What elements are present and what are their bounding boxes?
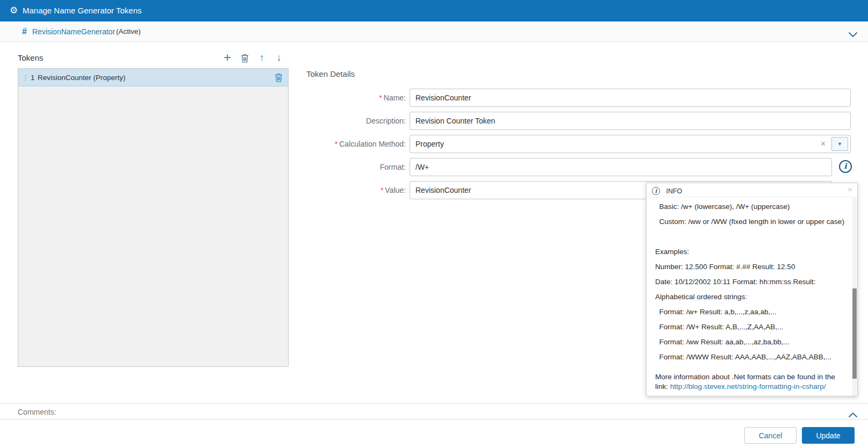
info-popup-header: i INFO × <box>647 183 857 197</box>
info-line: Alphabetical ordered strings: <box>655 290 845 305</box>
info-line: Format: /w+ Result: a,b,...,z,aa,ab,... <box>655 305 845 320</box>
description-input[interactable] <box>410 112 851 130</box>
comments-label: Comments: <box>18 404 56 420</box>
value-label-text: Value: <box>385 186 406 194</box>
token-list: ⋮ 1 RevisionCounter (Property) <box>18 68 289 367</box>
info-line: Basic: /w+ (lowercase), /W+ (uppercase) <box>655 199 845 214</box>
value-field-label: *Value: <box>279 181 406 199</box>
chevron-down-icon[interactable] <box>849 30 857 39</box>
dropdown-button[interactable]: ▼ <box>831 137 848 151</box>
window-title: Manage Name Generator Tokens <box>23 0 142 21</box>
calculation-method-select[interactable]: Property × ▼ <box>410 135 851 153</box>
info-line <box>655 229 845 244</box>
info-line: Custom: /ww or /WW (fixed length in lowe… <box>655 214 845 229</box>
calculation-method-label-text: Calculation Method: <box>339 140 406 148</box>
token-index: 1 <box>31 69 35 86</box>
tokens-panel-title: Tokens <box>18 53 44 62</box>
format-field-label: Format: <box>279 158 406 176</box>
chevron-up-icon[interactable] <box>849 410 857 420</box>
info-more-text: More information about .Net formats can … <box>655 372 845 392</box>
description-label-text: Description: <box>366 117 406 125</box>
delete-token-row-button[interactable] <box>275 73 283 84</box>
arrow-up-icon: ↑ <box>260 52 264 63</box>
close-icon[interactable]: × <box>848 185 852 194</box>
delete-token-button[interactable] <box>238 50 252 65</box>
required-marker: * <box>379 93 382 102</box>
info-popup-title: INFO <box>666 187 682 195</box>
info-line: Format: /WWW Result: AAA,AAB,...,AAZ,ABA… <box>655 350 845 365</box>
token-label: RevisionCounter (Property) <box>38 69 126 86</box>
info-line: Format: /W+ Result: A,B,...,Z,AA,AB,... <box>655 320 845 335</box>
update-button[interactable]: Update <box>802 427 855 444</box>
trash-icon <box>275 76 283 84</box>
cancel-button[interactable]: Cancel <box>744 427 797 444</box>
move-token-up-button[interactable]: ↑ <box>255 50 269 65</box>
info-link[interactable]: http://blog.stevex.net/string-formatting… <box>670 382 826 391</box>
popup-scroll-thumb[interactable] <box>852 288 857 379</box>
info-line: Date: 10/12/2002 10:11 Format: hh:mm:ss … <box>655 274 845 290</box>
arrow-down-icon: ↓ <box>277 52 282 63</box>
name-input[interactable] <box>410 89 851 107</box>
gear-icon: ⚙ <box>10 0 18 21</box>
drag-handle-icon[interactable]: ⋮ <box>22 69 29 86</box>
move-token-down-button[interactable]: ↓ <box>272 50 286 65</box>
clear-icon[interactable]: × <box>821 135 826 153</box>
info-icon: i <box>652 187 660 195</box>
required-marker: * <box>381 186 383 194</box>
format-input[interactable] <box>410 158 832 176</box>
hash-icon: # <box>22 21 27 42</box>
tokens-toolbar: + ↑ ↓ <box>220 50 290 65</box>
token-details-title: Token Details <box>306 69 355 78</box>
calculation-method-field-label: *Calculation Method: <box>279 135 406 153</box>
token-list-item[interactable]: ⋮ 1 RevisionCounter (Property) <box>18 69 288 86</box>
info-line: Number: 12.500 Format: #.## Result: 12.5… <box>655 259 845 274</box>
info-line: Format: /ww Result: aa,ab,...,az,ba,bb,.… <box>655 335 845 350</box>
app-titlebar: ⚙ Manage Name Generator Tokens <box>0 0 868 21</box>
info-popup: i INFO × Basic: /w+ (lowercase), /W+ (up… <box>646 183 858 396</box>
generator-name-link[interactable]: RevisionNameGenerator <box>32 21 115 42</box>
popup-scrollbar[interactable] <box>852 198 857 396</box>
generator-status: (Active) <box>116 21 141 42</box>
add-token-button[interactable]: + <box>220 50 234 65</box>
calculation-method-value: Property <box>415 140 444 148</box>
generator-header-bar: # RevisionNameGenerator (Active) <box>0 21 868 42</box>
format-label-text: Format: <box>380 163 406 171</box>
info-popup-body: Basic: /w+ (lowercase), /W+ (uppercase) … <box>647 197 857 396</box>
name-label-text: Name: <box>384 93 406 102</box>
description-field-label: Description: <box>279 112 406 130</box>
comments-section[interactable]: Comments: <box>0 403 868 420</box>
trash-icon <box>241 56 249 64</box>
caret-down-icon: ▼ <box>837 141 842 147</box>
required-marker: * <box>335 140 338 148</box>
info-line: Examples: <box>655 244 845 259</box>
format-info-icon[interactable]: i <box>839 160 852 173</box>
name-field-label: *Name: <box>279 89 406 107</box>
plus-icon: + <box>224 50 231 64</box>
